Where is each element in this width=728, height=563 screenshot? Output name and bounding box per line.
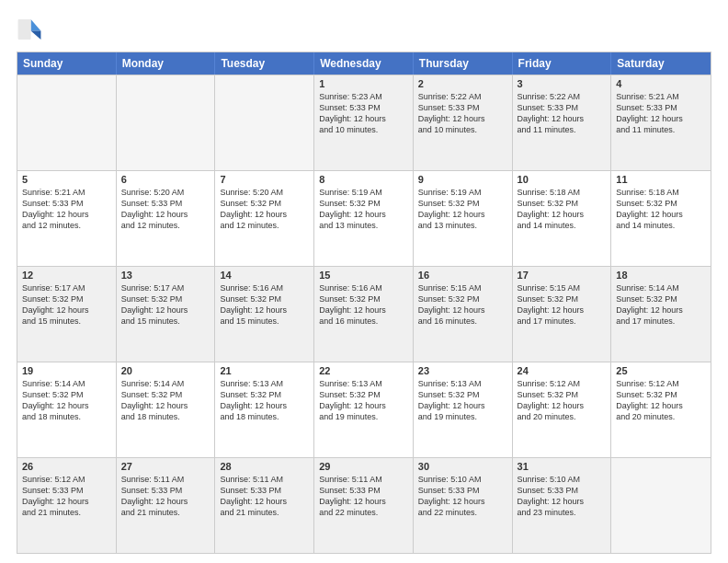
calendar-cell: 10Sunrise: 5:18 AM Sunset: 5:32 PM Dayli… bbox=[513, 171, 612, 266]
calendar-cell: 22Sunrise: 5:13 AM Sunset: 5:32 PM Dayli… bbox=[314, 362, 414, 457]
day-info: Sunrise: 5:17 AM Sunset: 5:32 PM Dayligh… bbox=[22, 282, 111, 327]
day-number: 16 bbox=[418, 270, 507, 281]
day-info: Sunrise: 5:15 AM Sunset: 5:32 PM Dayligh… bbox=[518, 282, 607, 327]
page: SundayMondayTuesdayWednesdayThursdayFrid… bbox=[0, 0, 728, 563]
calendar-body: 1Sunrise: 5:23 AM Sunset: 5:33 PM Daylig… bbox=[17, 75, 711, 553]
day-info: Sunrise: 5:12 AM Sunset: 5:32 PM Dayligh… bbox=[616, 378, 706, 423]
day-info: Sunrise: 5:14 AM Sunset: 5:32 PM Dayligh… bbox=[22, 378, 111, 423]
day-number: 27 bbox=[121, 461, 210, 472]
day-number: 28 bbox=[220, 461, 309, 472]
logo-icon bbox=[17, 17, 42, 42]
calendar-cell: 13Sunrise: 5:17 AM Sunset: 5:32 PM Dayli… bbox=[117, 267, 216, 362]
calendar-cell bbox=[17, 75, 117, 170]
svg-marker-0 bbox=[31, 19, 41, 30]
day-number: 8 bbox=[319, 174, 408, 185]
day-info: Sunrise: 5:15 AM Sunset: 5:32 PM Dayligh… bbox=[418, 282, 507, 327]
calendar-cell: 19Sunrise: 5:14 AM Sunset: 5:32 PM Dayli… bbox=[17, 362, 117, 457]
day-number: 20 bbox=[121, 365, 210, 376]
calendar-cell: 20Sunrise: 5:14 AM Sunset: 5:32 PM Dayli… bbox=[117, 362, 216, 457]
day-info: Sunrise: 5:21 AM Sunset: 5:33 PM Dayligh… bbox=[616, 91, 706, 136]
day-number: 14 bbox=[220, 270, 309, 281]
weekday-header-friday: Friday bbox=[513, 52, 612, 75]
weekday-header-monday: Monday bbox=[117, 52, 216, 75]
day-info: Sunrise: 5:19 AM Sunset: 5:32 PM Dayligh… bbox=[418, 187, 507, 232]
calendar-row-4: 26Sunrise: 5:12 AM Sunset: 5:33 PM Dayli… bbox=[17, 457, 711, 553]
day-info: Sunrise: 5:16 AM Sunset: 5:32 PM Dayligh… bbox=[319, 282, 408, 327]
day-info: Sunrise: 5:22 AM Sunset: 5:33 PM Dayligh… bbox=[418, 91, 507, 136]
day-info: Sunrise: 5:19 AM Sunset: 5:32 PM Dayligh… bbox=[319, 187, 408, 232]
weekday-header-thursday: Thursday bbox=[414, 52, 513, 75]
calendar-row-1: 5Sunrise: 5:21 AM Sunset: 5:33 PM Daylig… bbox=[17, 170, 711, 266]
day-number: 3 bbox=[518, 78, 607, 89]
weekday-header-sunday: Sunday bbox=[17, 52, 117, 75]
calendar-cell: 14Sunrise: 5:16 AM Sunset: 5:32 PM Dayli… bbox=[215, 267, 314, 362]
day-number: 29 bbox=[319, 461, 408, 472]
calendar-cell bbox=[117, 75, 216, 170]
day-info: Sunrise: 5:13 AM Sunset: 5:32 PM Dayligh… bbox=[220, 378, 309, 423]
weekday-header-saturday: Saturday bbox=[611, 52, 711, 75]
day-number: 1 bbox=[319, 78, 408, 89]
calendar-row-2: 12Sunrise: 5:17 AM Sunset: 5:32 PM Dayli… bbox=[17, 266, 711, 362]
calendar-cell bbox=[215, 75, 314, 170]
calendar-cell: 30Sunrise: 5:10 AM Sunset: 5:33 PM Dayli… bbox=[414, 458, 513, 553]
day-number: 31 bbox=[518, 461, 607, 472]
calendar-cell: 15Sunrise: 5:16 AM Sunset: 5:32 PM Dayli… bbox=[314, 267, 414, 362]
day-info: Sunrise: 5:18 AM Sunset: 5:32 PM Dayligh… bbox=[616, 187, 706, 232]
calendar-cell: 25Sunrise: 5:12 AM Sunset: 5:32 PM Dayli… bbox=[611, 362, 711, 457]
day-info: Sunrise: 5:13 AM Sunset: 5:32 PM Dayligh… bbox=[418, 378, 507, 423]
day-info: Sunrise: 5:17 AM Sunset: 5:32 PM Dayligh… bbox=[121, 282, 210, 327]
header bbox=[17, 17, 711, 42]
calendar-cell: 5Sunrise: 5:21 AM Sunset: 5:33 PM Daylig… bbox=[17, 171, 117, 266]
day-number: 25 bbox=[616, 365, 706, 376]
day-number: 2 bbox=[418, 78, 507, 89]
day-number: 13 bbox=[121, 270, 210, 281]
day-number: 11 bbox=[616, 174, 706, 185]
calendar-cell: 26Sunrise: 5:12 AM Sunset: 5:33 PM Dayli… bbox=[17, 458, 117, 553]
day-info: Sunrise: 5:20 AM Sunset: 5:32 PM Dayligh… bbox=[220, 187, 309, 232]
calendar-cell: 18Sunrise: 5:14 AM Sunset: 5:32 PM Dayli… bbox=[611, 267, 711, 362]
day-number: 4 bbox=[616, 78, 706, 89]
svg-rect-2 bbox=[18, 19, 31, 40]
day-number: 12 bbox=[22, 270, 111, 281]
calendar-row-0: 1Sunrise: 5:23 AM Sunset: 5:33 PM Daylig… bbox=[17, 75, 711, 170]
day-info: Sunrise: 5:10 AM Sunset: 5:33 PM Dayligh… bbox=[418, 474, 507, 519]
day-number: 6 bbox=[121, 174, 210, 185]
day-info: Sunrise: 5:11 AM Sunset: 5:33 PM Dayligh… bbox=[121, 474, 210, 519]
weekday-header-wednesday: Wednesday bbox=[314, 52, 414, 75]
day-number: 19 bbox=[22, 365, 111, 376]
day-info: Sunrise: 5:11 AM Sunset: 5:33 PM Dayligh… bbox=[220, 474, 309, 519]
day-number: 5 bbox=[22, 174, 111, 185]
calendar-cell: 27Sunrise: 5:11 AM Sunset: 5:33 PM Dayli… bbox=[117, 458, 216, 553]
day-info: Sunrise: 5:20 AM Sunset: 5:33 PM Dayligh… bbox=[121, 187, 210, 232]
day-number: 23 bbox=[418, 365, 507, 376]
day-number: 24 bbox=[518, 365, 607, 376]
calendar-cell: 6Sunrise: 5:20 AM Sunset: 5:33 PM Daylig… bbox=[117, 171, 216, 266]
calendar-cell: 24Sunrise: 5:12 AM Sunset: 5:32 PM Dayli… bbox=[513, 362, 612, 457]
day-number: 17 bbox=[518, 270, 607, 281]
calendar-cell: 2Sunrise: 5:22 AM Sunset: 5:33 PM Daylig… bbox=[414, 75, 513, 170]
day-number: 15 bbox=[319, 270, 408, 281]
day-info: Sunrise: 5:21 AM Sunset: 5:33 PM Dayligh… bbox=[22, 187, 111, 232]
calendar-header: SundayMondayTuesdayWednesdayThursdayFrid… bbox=[17, 52, 711, 75]
svg-marker-1 bbox=[31, 31, 41, 40]
calendar-cell: 31Sunrise: 5:10 AM Sunset: 5:33 PM Dayli… bbox=[513, 458, 612, 553]
calendar-cell: 11Sunrise: 5:18 AM Sunset: 5:32 PM Dayli… bbox=[611, 171, 711, 266]
day-number: 26 bbox=[22, 461, 111, 472]
day-info: Sunrise: 5:12 AM Sunset: 5:32 PM Dayligh… bbox=[518, 378, 607, 423]
calendar-cell: 21Sunrise: 5:13 AM Sunset: 5:32 PM Dayli… bbox=[215, 362, 314, 457]
weekday-header-tuesday: Tuesday bbox=[215, 52, 314, 75]
calendar-cell: 16Sunrise: 5:15 AM Sunset: 5:32 PM Dayli… bbox=[414, 267, 513, 362]
day-number: 30 bbox=[418, 461, 507, 472]
day-info: Sunrise: 5:23 AM Sunset: 5:33 PM Dayligh… bbox=[319, 91, 408, 136]
day-info: Sunrise: 5:18 AM Sunset: 5:32 PM Dayligh… bbox=[518, 187, 607, 232]
day-number: 10 bbox=[518, 174, 607, 185]
calendar-cell: 7Sunrise: 5:20 AM Sunset: 5:32 PM Daylig… bbox=[215, 171, 314, 266]
calendar-row-3: 19Sunrise: 5:14 AM Sunset: 5:32 PM Dayli… bbox=[17, 362, 711, 457]
day-number: 18 bbox=[616, 270, 706, 281]
day-info: Sunrise: 5:14 AM Sunset: 5:32 PM Dayligh… bbox=[616, 282, 706, 327]
calendar-cell: 9Sunrise: 5:19 AM Sunset: 5:32 PM Daylig… bbox=[414, 171, 513, 266]
day-info: Sunrise: 5:11 AM Sunset: 5:33 PM Dayligh… bbox=[319, 474, 408, 519]
day-info: Sunrise: 5:22 AM Sunset: 5:33 PM Dayligh… bbox=[518, 91, 607, 136]
calendar-cell: 23Sunrise: 5:13 AM Sunset: 5:32 PM Dayli… bbox=[414, 362, 513, 457]
day-number: 9 bbox=[418, 174, 507, 185]
